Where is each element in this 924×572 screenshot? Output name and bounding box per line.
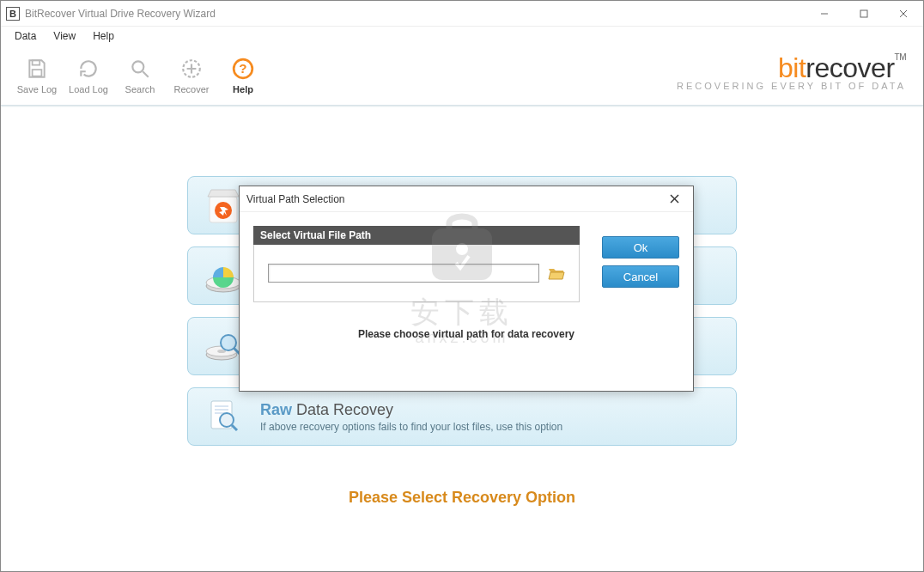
save-log-button[interactable]: Save Log xyxy=(11,57,63,94)
recover-icon xyxy=(179,57,204,81)
close-icon xyxy=(899,9,908,18)
help-icon: ? xyxy=(231,57,255,81)
dialog-titlebar: Virtual Path Selection xyxy=(240,186,693,212)
reload-icon xyxy=(76,57,100,81)
search-button[interactable]: Search xyxy=(114,57,166,94)
menu-bar: Data View Help xyxy=(1,27,923,46)
dialog-section-header: Select Virtual File Path xyxy=(253,226,580,245)
footer-message: Please Select Recovery Option xyxy=(1,489,923,507)
minimize-icon xyxy=(820,9,829,18)
search-icon xyxy=(128,57,152,81)
svg-line-7 xyxy=(143,71,149,77)
maximize-button[interactable] xyxy=(844,1,884,27)
option-card-raw[interactable]: Raw Data Recovey If above recovery optio… xyxy=(187,387,737,446)
svg-rect-4 xyxy=(33,60,40,64)
title-bar: B BitRecover Virtual Drive Recovery Wiza… xyxy=(1,1,923,27)
card-desc: If above recovery options fails to find … xyxy=(260,421,722,433)
dialog-close-button[interactable] xyxy=(662,187,686,211)
load-log-button[interactable]: Load Log xyxy=(63,57,114,94)
svg-line-25 xyxy=(232,425,237,430)
app-icon: B xyxy=(6,7,20,21)
window-title: BitRecover Virtual Drive Recovery Wizard xyxy=(25,8,216,20)
browse-button[interactable] xyxy=(548,265,565,281)
folder-open-icon xyxy=(548,265,565,281)
svg-rect-5 xyxy=(33,70,42,76)
card-title: Raw Data Recovey xyxy=(260,401,722,419)
svg-text:?: ? xyxy=(239,61,246,76)
svg-rect-1 xyxy=(860,10,867,17)
recover-button[interactable]: Recover xyxy=(166,57,217,94)
toolbar: Save Log Load Log Search Recover ? Help … xyxy=(1,46,923,106)
menu-data[interactable]: Data xyxy=(6,28,45,44)
virtual-path-input[interactable] xyxy=(268,264,539,283)
minimize-button[interactable] xyxy=(805,1,844,27)
brand-logo: bitrecoverTM RECOVERING EVERY BIT OF DAT… xyxy=(677,52,906,91)
menu-help[interactable]: Help xyxy=(84,28,123,44)
cancel-button[interactable]: Cancel xyxy=(602,265,679,288)
ok-button[interactable]: Ok xyxy=(602,236,679,259)
svg-point-24 xyxy=(220,413,234,427)
dialog-message: Please choose virtual path for data reco… xyxy=(253,328,679,340)
close-icon xyxy=(670,194,679,204)
maximize-icon xyxy=(860,9,868,18)
menu-view[interactable]: View xyxy=(45,28,84,44)
save-icon xyxy=(25,57,49,81)
help-button[interactable]: ? Help xyxy=(217,57,269,94)
close-button[interactable] xyxy=(884,1,923,27)
dialog-title: Virtual Path Selection xyxy=(246,193,345,205)
svg-point-6 xyxy=(132,61,143,72)
virtual-path-dialog: Virtual Path Selection Select Virtual Fi… xyxy=(239,186,694,392)
document-search-icon xyxy=(202,395,245,438)
